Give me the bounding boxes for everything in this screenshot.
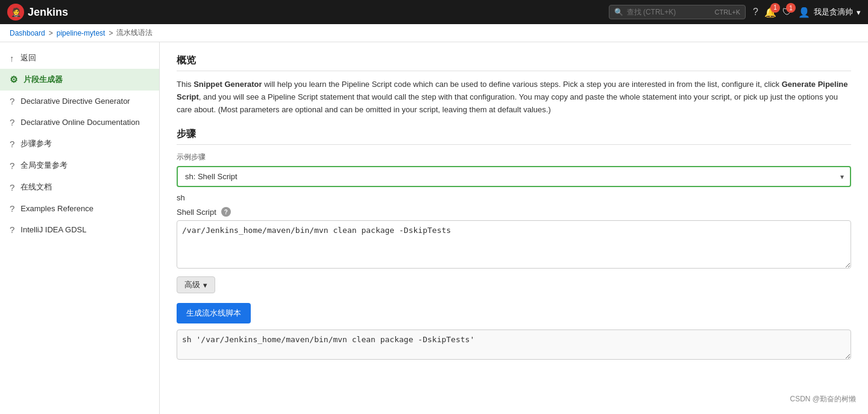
overview-bold1: Snippet Generator	[193, 80, 262, 89]
shield-badge: 1	[786, 3, 796, 13]
sidebar-item-declarative[interactable]: ? Declarative Directive Generator	[0, 91, 159, 112]
steps-title: 步骤	[177, 128, 851, 145]
watermark-text: CSDN @勤奋的树懒	[790, 395, 856, 403]
select-wrapper: sh: Shell Script ▾	[177, 166, 851, 187]
online-doc-icon: ?	[10, 182, 14, 193]
breadcrumb-dashboard[interactable]: Dashboard	[10, 29, 45, 37]
step-select[interactable]: sh: Shell Script	[177, 166, 851, 187]
help-icon[interactable]: ?	[753, 7, 758, 18]
intellij-icon: ?	[10, 225, 14, 235]
sidebar-item-global-var[interactable]: ? 全局变量参考	[0, 154, 159, 176]
field-label: 示例步骤	[177, 152, 851, 162]
sidebar-item-examples[interactable]: ? Examples Reference	[0, 198, 159, 219]
logo-icon: 🤵	[7, 4, 24, 21]
sidebar-examples-label: Examples Reference	[20, 204, 93, 213]
sidebar-item-intellij[interactable]: ? IntelliJ IDEA GDSL	[0, 219, 159, 240]
script-textarea[interactable]	[177, 220, 851, 269]
sidebar: ↑ 返回 ⚙ 片段生成器 ? Declarative Directive Gen…	[0, 42, 160, 414]
sidebar-item-step-ref[interactable]: ? 步骤参考	[0, 133, 159, 154]
watermark: CSDN @勤奋的树懒	[790, 394, 856, 404]
nav-left: 🤵 Jenkins	[7, 4, 68, 21]
bell-badge: 1	[770, 3, 780, 13]
user-info[interactable]: 👤 我是贪滴帅 ▾	[798, 7, 861, 18]
shell-script-label: Shell Script	[177, 208, 216, 217]
search-shortcut: CTRL+K	[715, 8, 741, 16]
sidebar-item-online-doc[interactable]: ? 在线文档	[0, 176, 159, 198]
back-icon: ↑	[10, 53, 14, 63]
global-var-icon: ?	[10, 161, 14, 171]
advanced-chevron-icon: ▾	[203, 281, 207, 290]
search-box[interactable]: 🔍 CTRL+K	[609, 5, 746, 19]
sidebar-item-declarative-doc[interactable]: ? Declarative Online Documentation	[0, 112, 159, 133]
overview-mid: will help you learn the Pipeline Script …	[262, 80, 782, 89]
sidebar-global-var-label: 全局变量参考	[20, 160, 68, 171]
main-content: 概览 This Snippet Generator will help you …	[160, 42, 868, 414]
sidebar-item-back[interactable]: ↑ 返回	[0, 47, 159, 69]
main-layout: ↑ 返回 ⚙ 片段生成器 ? Declarative Directive Gen…	[0, 42, 868, 414]
user-chevron-icon: ▾	[857, 8, 861, 17]
breadcrumb: Dashboard > pipeline-mytest > 流水线语法	[0, 24, 868, 42]
topnav-icons: ? 🔔 1 🛡 1 👤 我是贪滴帅 ▾	[753, 7, 861, 18]
declarative-doc-icon: ?	[10, 117, 14, 127]
sidebar-snippet-label: 片段生成器	[24, 74, 63, 85]
sh-label: sh	[177, 193, 851, 202]
user-name: 我是贪滴帅	[814, 7, 853, 18]
sidebar-step-ref-label: 步骤参考	[20, 138, 52, 149]
top-navigation: 🤵 Jenkins 🔍 CTRL+K ? 🔔 1 🛡 1 👤 我是贪滴帅 ▾	[0, 0, 868, 24]
breadcrumb-current: 流水线语法	[116, 28, 153, 38]
jenkins-title: Jenkins	[28, 6, 68, 19]
jenkins-logo: 🤵 Jenkins	[7, 4, 68, 21]
bell-icon-wrapper[interactable]: 🔔 1	[764, 7, 776, 18]
shield-icon-wrapper[interactable]: 🛡 1	[782, 7, 792, 18]
breadcrumb-sep-2: >	[108, 29, 113, 37]
search-input[interactable]	[627, 8, 711, 16]
breadcrumb-pipeline[interactable]: pipeline-mytest	[57, 29, 105, 37]
advanced-label: 高级	[184, 279, 200, 290]
sidebar-declarative-doc-label: Declarative Online Documentation	[20, 118, 139, 127]
output-textarea[interactable]	[177, 330, 851, 360]
sidebar-declarative-label: Declarative Directive Generator	[20, 97, 130, 106]
sidebar-intellij-label: IntelliJ IDEA GDSL	[20, 225, 86, 234]
search-icon: 🔍	[614, 8, 623, 16]
shell-script-row: Shell Script ?	[177, 207, 851, 217]
snippet-icon: ⚙	[10, 74, 17, 85]
nav-right: 🔍 CTRL+K ? 🔔 1 🛡 1 👤 我是贪滴帅 ▾	[609, 5, 861, 19]
steps-section: 步骤 示例步骤 sh: Shell Script ▾ sh Shell Scri…	[177, 128, 851, 293]
generate-button[interactable]: 生成流水线脚本	[177, 303, 251, 323]
advanced-btn[interactable]: 高级 ▾	[177, 276, 215, 293]
overview-text: This Snippet Generator will help you lea…	[177, 78, 851, 116]
user-avatar-icon: 👤	[798, 7, 810, 18]
declarative-icon: ?	[10, 96, 14, 106]
step-ref-icon: ?	[10, 139, 14, 149]
breadcrumb-sep-1: >	[49, 29, 53, 37]
overview-end: , and you will see a Pipeline Script sta…	[177, 92, 838, 114]
sidebar-online-doc-label: 在线文档	[20, 182, 52, 193]
overview-title: 概览	[177, 54, 851, 71]
overview-pre: This	[177, 80, 193, 89]
shell-script-help-icon[interactable]: ?	[221, 207, 231, 217]
examples-icon: ?	[10, 203, 14, 214]
sidebar-back-label: 返回	[20, 53, 36, 63]
sidebar-item-snippet[interactable]: ⚙ 片段生成器	[0, 69, 159, 91]
